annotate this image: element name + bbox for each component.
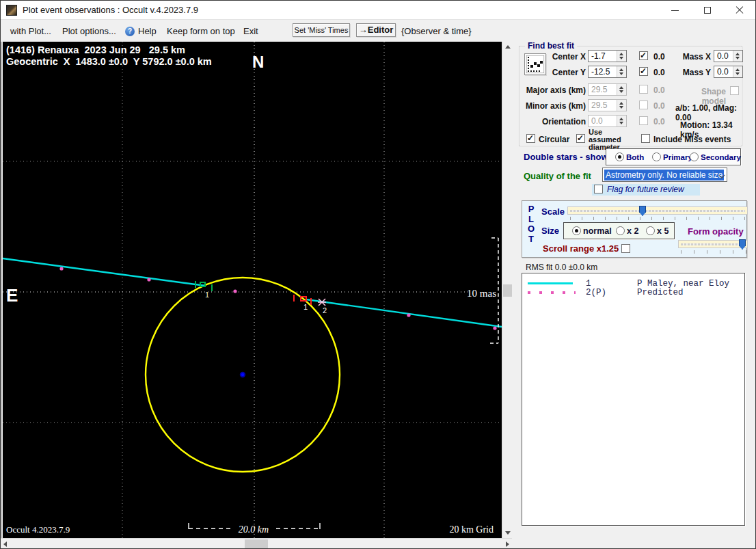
grid-lines — [3, 42, 502, 538]
mass-x-spinner[interactable]: 0.0 — [714, 50, 743, 62]
hscroll-thumb[interactable] — [245, 539, 268, 548]
scroll-range-checkbox[interactable] — [621, 244, 630, 253]
size-x2-label: x 2 — [627, 226, 638, 236]
chord-1-observed — [3, 258, 502, 327]
size-x2-radio[interactable] — [616, 226, 625, 235]
major-err-checkbox — [639, 85, 648, 94]
chord-legend-list[interactable]: 1 P Maley, near Eloy 2(P) Predicted — [522, 273, 745, 526]
set-miss-times-button[interactable]: Set 'Miss' Times — [293, 23, 350, 37]
scale-slider-thumb[interactable] — [639, 206, 646, 216]
plot-settings-panel: PLOT Scale Size normal x 2 x 5 Form opac… — [522, 200, 747, 258]
size-normal-label: normal — [583, 226, 612, 236]
plot-horizontal-scrollbar[interactable] — [1, 538, 512, 549]
legend-number: 1 — [586, 279, 591, 289]
flag-review-checkbox[interactable] — [594, 185, 603, 193]
maximize-button[interactable] — [691, 1, 723, 20]
size-x5-radio[interactable] — [646, 226, 655, 235]
north-label: N — [252, 53, 264, 71]
scale-bar-label: 20.0 km — [239, 524, 269, 535]
include-miss-label: Include Miss events — [653, 135, 731, 144]
double-stars-primary-radio[interactable] — [652, 152, 661, 161]
center-x-err-checkbox[interactable] — [639, 51, 648, 60]
center-y-err-checkbox[interactable] — [639, 67, 648, 76]
spinner-arrows-icon[interactable] — [733, 51, 742, 62]
use-assumed-checkbox[interactable] — [576, 134, 585, 143]
legend-row-2[interactable]: 2(P) Predicted — [522, 288, 744, 297]
version-label: Occult 4.2023.7.9 — [6, 524, 70, 535]
vscroll-thumb[interactable] — [503, 284, 512, 297]
double-stars-both-label: Both — [626, 153, 644, 161]
center-y-spinner[interactable]: -12.5 — [588, 66, 627, 78]
window-title: Plot event observations : Occult v.4.202… — [23, 5, 198, 15]
orientation-err-label: 0.0 — [653, 117, 665, 126]
help-icon[interactable] — [125, 27, 135, 36]
minimize-icon — [671, 10, 679, 11]
editor-button[interactable]: →Editor — [356, 23, 396, 37]
orientation-err-checkbox — [639, 116, 648, 125]
spinner-arrows-icon[interactable] — [617, 66, 626, 77]
magenta-dots-swatch — [528, 291, 576, 294]
flag-review-label: Flag for future review — [607, 185, 684, 194]
minor-axis-spinner: 29.5 — [588, 99, 627, 111]
spinner-arrows-icon[interactable] — [733, 66, 742, 77]
spinner-arrows-icon[interactable] — [617, 51, 626, 62]
scroll-right-icon[interactable] — [506, 541, 509, 547]
spinner-arrows-icon — [617, 116, 626, 126]
menu-exit[interactable]: Exit — [243, 26, 258, 36]
legend-description: Predicted — [637, 288, 684, 297]
size-normal-radio[interactable] — [572, 226, 581, 235]
scale-label: Scale — [541, 206, 565, 217]
scale-slider-ticks — [570, 217, 746, 220]
legend-description: P Maley, near Eloy — [637, 279, 729, 289]
major-err-label: 0.0 — [653, 85, 665, 95]
ab-dmag-label: a/b: 1.00, dMag: 0.00 — [675, 103, 743, 122]
major-axis-spinner: 29.5 — [588, 83, 627, 96]
scroll-left-icon[interactable] — [3, 541, 7, 547]
minimize-button[interactable] — [659, 1, 691, 20]
scroll-down-icon[interactable] — [505, 531, 511, 535]
orientation-spinner: 0.0 — [588, 115, 627, 127]
center-x-label: Center X — [545, 52, 586, 62]
plot-vertical-scrollbar[interactable] — [502, 42, 512, 538]
close-icon — [735, 6, 744, 14]
menu-keep-on-top[interactable]: Keep form on top — [167, 26, 235, 36]
center-x-spinner[interactable]: -1.7 — [588, 50, 627, 62]
plot-title-line1: (1416) Renauxa 2023 Jun 29 29.5 km — [6, 44, 185, 55]
form-opacity-label: Form opacity — [688, 226, 744, 237]
plot-canvas[interactable]: 1 1 2 10 mas — [3, 42, 502, 538]
circular-checkbox[interactable] — [526, 134, 535, 143]
double-stars-both-radio[interactable] — [615, 152, 624, 161]
menu-with-plot[interactable]: with Plot... — [10, 26, 51, 36]
opacity-slider[interactable] — [678, 240, 748, 248]
mass-y-label: Mass Y — [664, 68, 711, 77]
center-y-label: Center Y — [545, 68, 586, 77]
close-button[interactable] — [723, 1, 755, 20]
double-stars-secondary-radio[interactable] — [690, 152, 699, 161]
east-label: E — [6, 285, 18, 306]
double-stars-label: Double stars - show — [524, 152, 608, 162]
quality-label: Quality of the fit — [524, 171, 591, 181]
predicted-star-marker — [318, 299, 326, 306]
legend-number: 2(P) — [586, 288, 606, 297]
legend-row-1[interactable]: 1 P Maley, near Eloy — [522, 279, 744, 289]
size-label: Size — [541, 226, 559, 236]
double-stars-primary-label: Primary — [663, 153, 692, 161]
major-axis-label: Major axis (km) — [519, 85, 586, 95]
orientation-label: Orientation — [519, 117, 586, 126]
opacity-slider-ticks — [681, 250, 746, 254]
opacity-slider-thumb[interactable] — [739, 239, 746, 250]
scale-slider[interactable] — [567, 206, 748, 215]
fit-button[interactable] — [524, 53, 546, 75]
fit-chart-icon — [526, 55, 544, 73]
include-miss-checkbox[interactable] — [641, 134, 650, 143]
chord1-label-d: 1 — [205, 291, 209, 299]
chord-2-predicted — [59, 267, 496, 330]
quality-combobox[interactable]: Astrometry only. No reliable size — [602, 168, 727, 182]
scroll-up-icon[interactable] — [505, 45, 511, 49]
menu-plot-options[interactable]: Plot options... — [62, 26, 116, 36]
center-dot — [241, 373, 245, 377]
menu-help[interactable]: Help — [138, 26, 157, 36]
mass-y-spinner[interactable]: 0.0 — [714, 66, 743, 78]
rms-fit-label: RMS fit 0.0 ±0.0 km — [526, 263, 597, 272]
titlebar: Plot event observations : Occult v.4.202… — [1, 1, 755, 20]
